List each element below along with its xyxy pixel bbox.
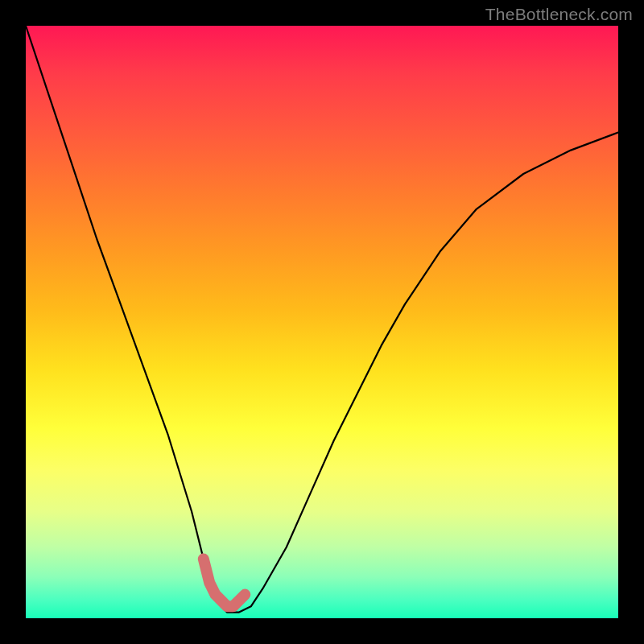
bottleneck-curve-line <box>26 26 618 613</box>
chart-svg <box>26 26 618 618</box>
watermark-text: TheBottleneck.com <box>485 5 633 24</box>
chart-stage: TheBottleneck.com <box>0 0 644 644</box>
plot-area <box>26 26 618 618</box>
highlight-segment-line <box>204 559 245 606</box>
